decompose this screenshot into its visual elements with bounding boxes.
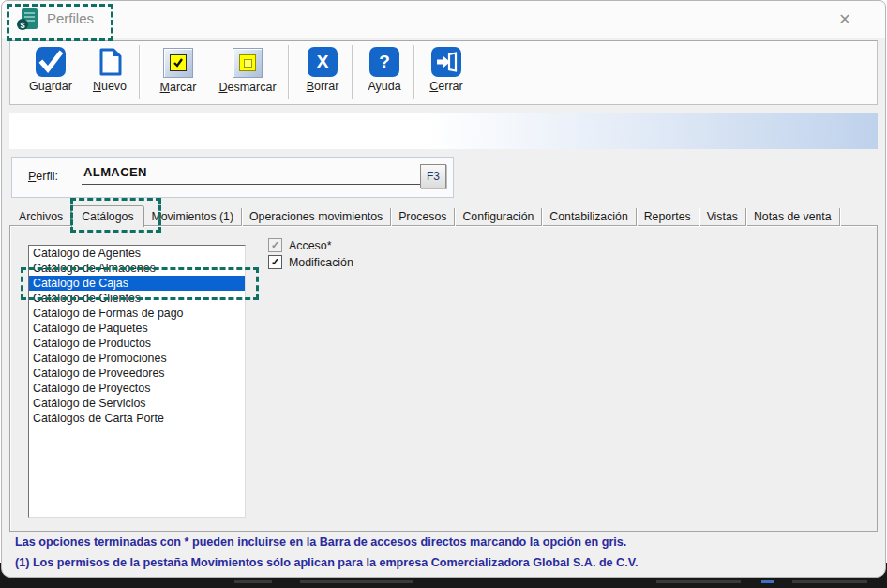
tab-notas-de-venta[interactable]: Notas de venta	[746, 208, 840, 226]
window-title: Perfiles	[47, 10, 94, 26]
tab-procesos[interactable]: Procesos	[391, 208, 455, 226]
tab-vistas[interactable]: Vistas	[699, 208, 746, 226]
desmarcar-button[interactable]: Desmarcar	[211, 47, 284, 98]
new-page-icon	[95, 47, 125, 77]
list-item[interactable]: Catálogo de Proveedores	[29, 366, 245, 381]
perfil-panel: Perfil: ALMACEN F3	[11, 157, 454, 198]
footer-note-1: Las opciones terminadas con * pueden inc…	[15, 535, 626, 549]
tab-archivos[interactable]: Archivos	[11, 208, 71, 226]
toolbar-separator	[352, 45, 353, 99]
tab-content-panel: Catálogo de Agentes Catálogo de Almacene…	[9, 225, 878, 532]
close-icon[interactable]: ✕	[834, 9, 855, 30]
modificacion-checkbox-row[interactable]: ✓ Modificación	[268, 255, 353, 269]
ayuda-button[interactable]: ? Ayuda	[359, 47, 410, 98]
perfil-input[interactable]: ALMACEN	[83, 165, 147, 179]
tab-contabilizacion[interactable]: Contabilización	[542, 208, 636, 226]
borrar-button[interactable]: X Borrar	[297, 47, 348, 98]
title-bar: $ Perfiles ✕	[2, 1, 885, 38]
tab-reportes[interactable]: Reportes	[637, 208, 699, 226]
toolbar-separator	[413, 45, 414, 99]
tab-strip: Archivos Catálogos Movimientos (1) Opera…	[11, 204, 840, 226]
list-item-selected[interactable]: Catálogo de Cajas	[29, 276, 245, 291]
guardar-button[interactable]: Guardar	[22, 47, 80, 98]
nuevo-button[interactable]: Nuevo	[85, 47, 134, 98]
list-item[interactable]: Catálogos de Carta Porte	[29, 411, 245, 426]
tab-movimientos[interactable]: Movimientos (1)	[144, 208, 242, 226]
list-item[interactable]: Catálogo de Proyectos	[29, 381, 245, 396]
perfil-input-underline	[82, 184, 425, 185]
background-smudge	[300, 580, 413, 583]
list-item[interactable]: Catálogo de Agentes	[29, 246, 245, 261]
list-item[interactable]: Catálogo de Paquetes	[29, 321, 245, 336]
tab-configuracion[interactable]: Configuración	[455, 208, 542, 226]
exit-door-icon	[431, 47, 461, 77]
background-smudge	[792, 580, 867, 583]
unchecked-box-icon	[233, 48, 263, 78]
list-item[interactable]: Catálogo de Promociones	[29, 351, 245, 366]
background-smudge	[234, 580, 272, 583]
checked-box-icon	[163, 48, 193, 78]
acceso-checkbox-row: ✓ Acceso*	[268, 238, 331, 252]
tab-operaciones-movimientos[interactable]: Operaciones movimientos	[242, 208, 391, 226]
list-item[interactable]: Catálogo de Clientes	[29, 291, 245, 306]
list-item[interactable]: Catálogo de Servicios	[29, 396, 245, 411]
footer-note-2: (1) Los permisos de la pestaña Movimient…	[15, 556, 638, 569]
background-smudge	[656, 580, 741, 583]
modificacion-checkbox[interactable]: ✓	[268, 255, 282, 269]
list-item[interactable]: Catálogo de Productos	[29, 336, 245, 351]
gradient-band	[9, 113, 878, 149]
tab-catalogos[interactable]: Catálogos	[71, 205, 143, 227]
cerrar-button[interactable]: Cerrar	[421, 47, 472, 98]
background-smudge-blue	[761, 580, 774, 583]
save-check-icon	[36, 47, 66, 77]
list-item[interactable]: Catálogo de Almacenes	[29, 261, 245, 276]
svg-text:$: $	[20, 21, 24, 30]
perfil-label: Perfil:	[28, 170, 58, 183]
catalog-listbox[interactable]: Catálogo de Agentes Catálogo de Almacene…	[28, 245, 246, 518]
toolbar-separator	[288, 45, 289, 99]
f3-lookup-button[interactable]: F3	[420, 164, 446, 188]
list-item[interactable]: Catálogo de Formas de pago	[29, 306, 245, 321]
help-icon: ?	[369, 47, 399, 77]
app-spreadsheet-icon: $	[16, 8, 40, 32]
toolbar-separator	[139, 45, 140, 99]
modificacion-label: Modificación	[289, 256, 353, 269]
acceso-checkbox: ✓	[268, 238, 282, 252]
toolbar: Guardar Nuevo Marcar De	[9, 40, 878, 105]
perfiles-dialog: $ Perfiles ✕ Guardar Nuevo	[1, 0, 886, 578]
delete-x-icon: X	[308, 47, 338, 77]
acceso-label: Acceso*	[289, 239, 331, 252]
marcar-button[interactable]: Marcar	[149, 47, 207, 98]
